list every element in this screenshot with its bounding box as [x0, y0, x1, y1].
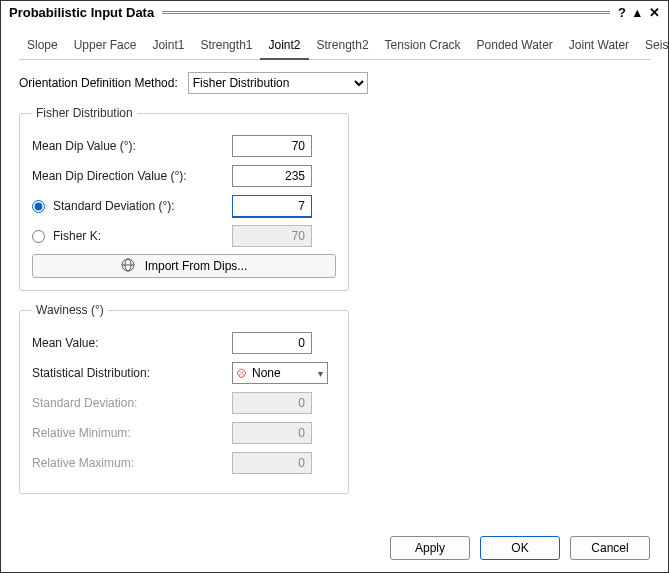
wav-dist-label: Statistical Distribution:	[32, 366, 232, 380]
mean-dip-row: Mean Dip Value (°):	[32, 134, 336, 158]
close-icon[interactable]: ✕	[649, 5, 660, 20]
chevron-down-icon: ▾	[318, 368, 323, 379]
wav-stddev-row: Standard Deviation:	[32, 391, 336, 415]
dialog-window: Probabilistic Input Data ? ▴ ✕ Slope Upp…	[0, 0, 669, 573]
footer-buttons: Apply OK Cancel	[390, 536, 650, 560]
tab-strip: Slope Upper Face Joint1 Strength1 Joint2…	[19, 34, 650, 60]
wav-relmin-row: Relative Minimum:	[32, 421, 336, 445]
titlebar: Probabilistic Input Data ? ▴ ✕	[1, 1, 668, 22]
orientation-row: Orientation Definition Method: Fisher Di…	[19, 72, 650, 94]
fisher-group: Fisher Distribution Mean Dip Value (°): …	[19, 106, 349, 291]
none-icon: ⛒	[237, 367, 248, 379]
tab-slope[interactable]: Slope	[19, 34, 66, 59]
tab-strength2[interactable]: Strength2	[309, 34, 377, 59]
mean-dipdir-input[interactable]	[232, 165, 312, 187]
waviness-group: Waviness (°) Mean Value: Statistical Dis…	[19, 303, 349, 494]
tab-tension-crack[interactable]: Tension Crack	[377, 34, 469, 59]
wav-dist-value: None	[252, 366, 281, 380]
tab-joint1[interactable]: Joint1	[144, 34, 192, 59]
fisher-legend: Fisher Distribution	[32, 106, 137, 120]
wav-dist-select[interactable]: ⛒ None ▾	[232, 362, 328, 384]
wav-stddev-input	[232, 392, 312, 414]
stddev-input[interactable]	[232, 195, 312, 217]
window-title: Probabilistic Input Data	[9, 5, 154, 20]
apply-button[interactable]: Apply	[390, 536, 470, 560]
fisherk-input	[232, 225, 312, 247]
tab-strength1[interactable]: Strength1	[192, 34, 260, 59]
tab-upper-face[interactable]: Upper Face	[66, 34, 145, 59]
wav-mean-input[interactable]	[232, 332, 312, 354]
wav-dist-row: Statistical Distribution: ⛒ None ▾	[32, 361, 336, 385]
fisherk-row: Fisher K:	[32, 224, 336, 248]
title-controls: ? ▴ ✕	[618, 5, 660, 20]
wav-relmax-label: Relative Maximum:	[32, 456, 232, 470]
stddev-label-text: Standard Deviation (°):	[53, 199, 175, 213]
wav-relmin-input	[232, 422, 312, 444]
ok-button[interactable]: OK	[480, 536, 560, 560]
import-label: Import From Dips...	[145, 259, 248, 273]
orientation-select[interactable]: Fisher Distribution	[188, 72, 368, 94]
wav-relmax-input	[232, 452, 312, 474]
stddev-row: Standard Deviation (°):	[32, 194, 336, 218]
title-divider	[162, 11, 610, 14]
tab-ponded-water[interactable]: Ponded Water	[469, 34, 561, 59]
fisherk-radio-label: Fisher K:	[32, 229, 232, 243]
waviness-legend: Waviness (°)	[32, 303, 108, 317]
wav-mean-label: Mean Value:	[32, 336, 232, 350]
mean-dip-label: Mean Dip Value (°):	[32, 139, 232, 153]
wav-relmax-row: Relative Maximum:	[32, 451, 336, 475]
mean-dipdir-row: Mean Dip Direction Value (°):	[32, 164, 336, 188]
orientation-label: Orientation Definition Method:	[19, 76, 178, 90]
tab-seismic[interactable]: Seismic	[637, 34, 669, 59]
wav-stddev-label: Standard Deviation:	[32, 396, 232, 410]
content-area: Slope Upper Face Joint1 Strength1 Joint2…	[1, 22, 668, 494]
tab-joint2[interactable]: Joint2	[260, 34, 308, 60]
stddev-radio[interactable]	[32, 200, 45, 213]
cancel-button[interactable]: Cancel	[570, 536, 650, 560]
stddev-radio-label: Standard Deviation (°):	[32, 199, 232, 213]
globe-icon	[121, 258, 137, 275]
import-from-dips-button[interactable]: Import From Dips...	[32, 254, 336, 278]
mean-dip-input[interactable]	[232, 135, 312, 157]
help-icon[interactable]: ?	[618, 5, 626, 20]
collapse-icon[interactable]: ▴	[634, 5, 641, 20]
tab-joint-water[interactable]: Joint Water	[561, 34, 637, 59]
fisherk-label-text: Fisher K:	[53, 229, 101, 243]
mean-dipdir-label: Mean Dip Direction Value (°):	[32, 169, 232, 183]
fisherk-radio[interactable]	[32, 230, 45, 243]
wav-relmin-label: Relative Minimum:	[32, 426, 232, 440]
wav-mean-row: Mean Value:	[32, 331, 336, 355]
